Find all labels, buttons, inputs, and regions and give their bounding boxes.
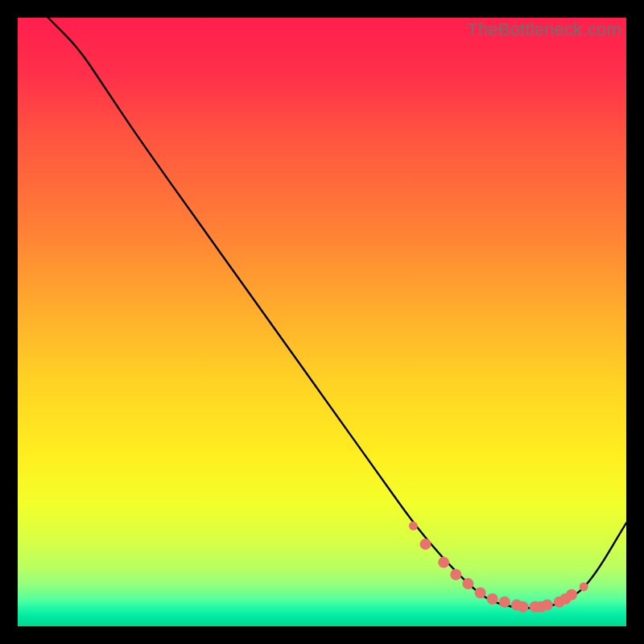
highlight-dot: [566, 589, 577, 601]
highlight-dot: [420, 539, 431, 550]
chart-frame: TheBottleneck.com: [18, 18, 626, 626]
highlight-dot: [462, 578, 473, 589]
watermark-text: TheBottleneck.com: [467, 19, 621, 40]
highlight-dot: [542, 600, 553, 611]
highlight-dot: [487, 593, 498, 605]
highlight-dot: [450, 569, 461, 580]
highlight-dot: [499, 597, 510, 608]
gradient-bg: [18, 18, 626, 626]
bottleneck-chart: [18, 18, 626, 626]
highlight-dot: [409, 522, 418, 530]
highlight-dot: [518, 601, 529, 613]
highlight-dot: [580, 582, 588, 591]
highlight-dot: [438, 557, 449, 568]
highlight-dot: [475, 587, 486, 598]
